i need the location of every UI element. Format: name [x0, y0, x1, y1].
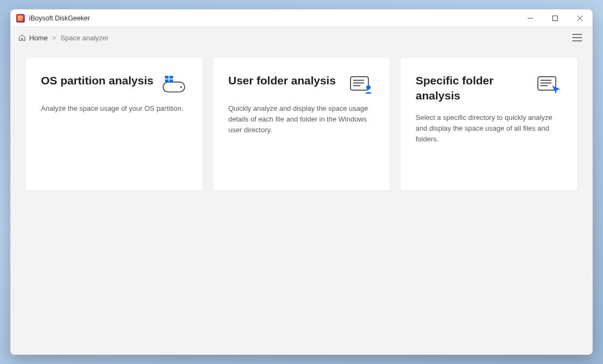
- maximize-button[interactable]: [543, 10, 567, 27]
- window-controls: [518, 10, 592, 27]
- drive-windows-icon: [160, 73, 187, 95]
- app-window: iBoysoft DiskGeeker Home > Space analy: [10, 9, 593, 355]
- card-specific-folder[interactable]: Specific folder analysis Select a specif…: [401, 58, 577, 190]
- breadcrumb-bar: Home > Space analyzer: [11, 27, 592, 48]
- breadcrumb-separator: >: [52, 34, 57, 42]
- hamburger-icon: [572, 34, 582, 41]
- folder-user-icon: [348, 73, 375, 95]
- home-icon: [18, 34, 26, 41]
- card-header: Specific folder analysis: [416, 73, 562, 104]
- minimize-icon: [528, 16, 533, 21]
- svg-point-8: [180, 86, 182, 88]
- titlebar-left: iBoysoft DiskGeeker: [16, 14, 90, 23]
- folder-cursor-icon: [535, 73, 562, 95]
- content-area: OS partition analysis: [11, 48, 592, 354]
- breadcrumb-home-label: Home: [29, 34, 48, 42]
- card-description: Select a specific directory to quickly a…: [416, 112, 562, 145]
- svg-point-17: [366, 85, 370, 90]
- breadcrumb-home[interactable]: Home: [18, 34, 48, 42]
- breadcrumb: Home > Space analyzer: [18, 34, 109, 42]
- titlebar: iBoysoft DiskGeeker: [11, 10, 592, 27]
- card-title: User folder analysis: [228, 73, 336, 88]
- card-title: Specific folder analysis: [416, 73, 530, 104]
- svg-rect-12: [170, 80, 173, 82]
- card-os-partition[interactable]: OS partition analysis: [26, 58, 202, 190]
- card-user-folder[interactable]: User folder analysis: [213, 58, 390, 190]
- maximize-icon: [552, 16, 558, 21]
- close-button[interactable]: [567, 10, 592, 27]
- card-header: User folder analysis: [228, 73, 375, 95]
- svg-rect-18: [538, 77, 556, 90]
- svg-rect-13: [350, 77, 368, 90]
- card-header: OS partition analysis: [41, 73, 187, 95]
- svg-rect-1: [553, 16, 558, 20]
- svg-rect-10: [170, 76, 173, 78]
- card-row: OS partition analysis: [26, 58, 577, 190]
- minimize-button[interactable]: [518, 10, 543, 27]
- card-description: Quickly analyze and display the space us…: [228, 103, 375, 135]
- menu-button[interactable]: [570, 30, 585, 45]
- app-title: iBoysoft DiskGeeker: [29, 15, 90, 22]
- app-logo-icon: [16, 14, 25, 23]
- card-description: Analyze the space usage of your OS parti…: [41, 103, 187, 114]
- card-title: OS partition analysis: [41, 73, 153, 88]
- close-icon: [577, 16, 583, 21]
- svg-rect-9: [165, 76, 169, 78]
- breadcrumb-current: Space analyzer: [60, 34, 109, 42]
- svg-rect-11: [165, 80, 169, 82]
